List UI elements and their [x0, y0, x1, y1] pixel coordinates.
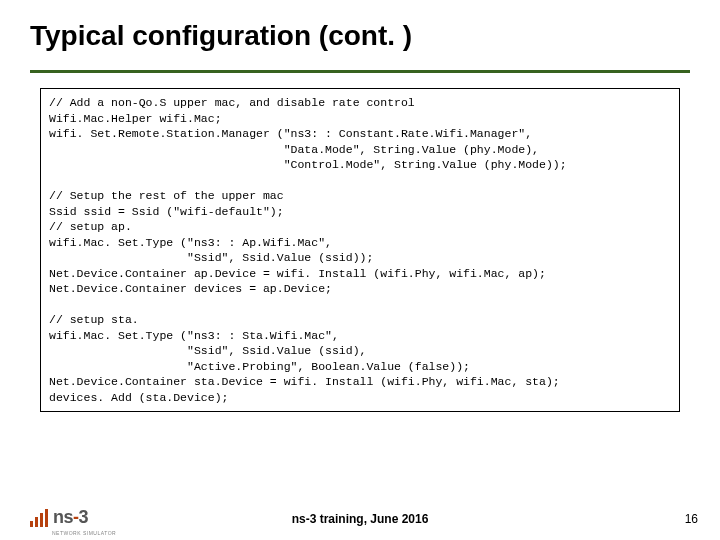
- code-text: // Add a non-Qo.S upper mac, and disable…: [49, 95, 671, 405]
- logo-subtext: NETWORK SIMULATOR: [52, 530, 116, 536]
- slide-title: Typical configuration (cont. ): [30, 20, 412, 52]
- page-number: 16: [685, 512, 698, 526]
- slide: Typical configuration (cont. ) // Add a …: [0, 0, 720, 540]
- footer-text: ns-3 training, June 2016: [0, 512, 720, 526]
- code-block: // Add a non-Qo.S upper mac, and disable…: [40, 88, 680, 412]
- title-underline: [30, 70, 690, 73]
